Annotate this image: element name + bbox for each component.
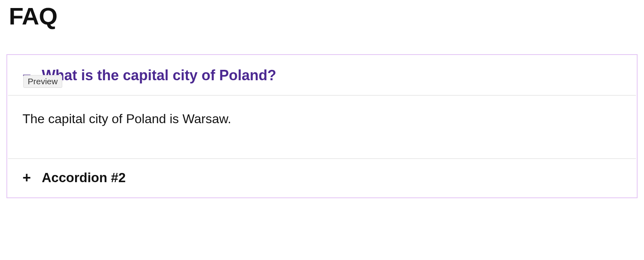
preview-badge: Preview bbox=[23, 75, 62, 88]
accordion-item-1: − What is the capital city of Poland? Th… bbox=[8, 56, 636, 159]
accordion-title-1: What is the capital city of Poland? bbox=[42, 67, 276, 84]
accordion-item-2: + Accordion #2 bbox=[8, 159, 636, 197]
page-title: FAQ bbox=[9, 2, 638, 30]
accordion-header-1[interactable]: − What is the capital city of Poland? bbox=[8, 56, 636, 95]
accordion-body-1: The capital city of Poland is Warsaw. bbox=[8, 95, 636, 158]
plus-icon: + bbox=[22, 171, 35, 185]
accordion-title-2: Accordion #2 bbox=[42, 170, 126, 185]
accordion-header-2[interactable]: + Accordion #2 bbox=[8, 159, 636, 197]
accordion-block: Preview − What is the capital city of Po… bbox=[6, 54, 638, 198]
